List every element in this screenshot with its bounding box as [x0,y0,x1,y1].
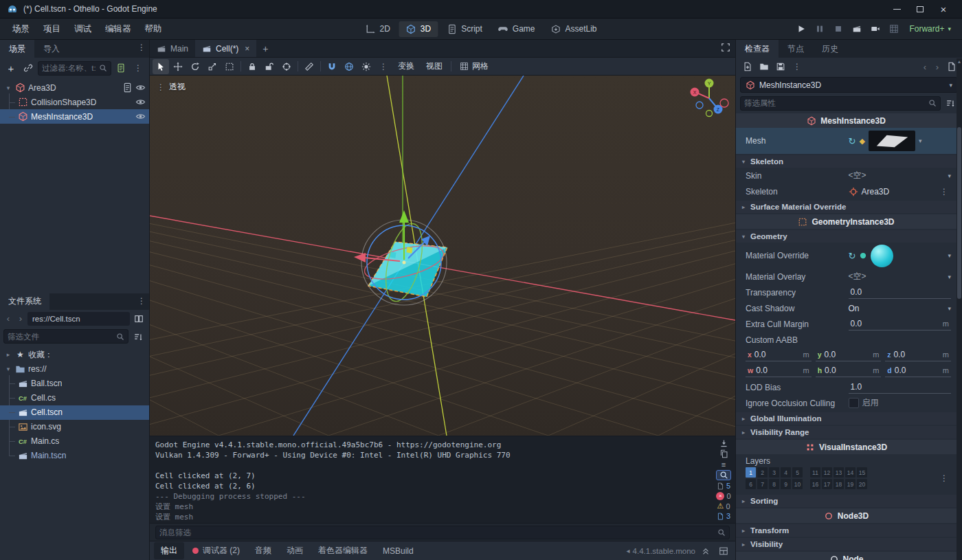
mesh-preview-thumbnail[interactable] [869,131,915,151]
unlock-node-button[interactable] [261,59,278,74]
scene-node-collisionshape3d[interactable]: CollisionShape3D [0,95,149,109]
collapse-arrow-icon[interactable]: ▾ [4,85,12,91]
distraction-free-button[interactable] [716,40,735,55]
menu-debug[interactable]: 调试 [67,21,98,38]
collapse-arrow-icon[interactable]: ▾ [4,366,12,372]
layers-menu-button[interactable]: ⋮ [937,474,951,482]
layer-cell[interactable]: 20 [857,479,867,489]
scene-filter-input[interactable] [42,64,96,72]
perspective-menu[interactable]: ⋮ 透视 [157,81,186,93]
warning-messages-badge[interactable]: ⚠0 [717,502,730,511]
chevron-down-icon[interactable]: ▾ [948,305,951,312]
expand-bottom-panel-button[interactable] [698,544,713,559]
layer-cell[interactable]: 9 [781,479,791,489]
play-custom-scene-button[interactable] [885,21,903,37]
layer-cell[interactable]: 3 [769,467,779,478]
add-node-button[interactable]: + [3,60,19,76]
fs-file-cell-cs[interactable]: Cell.cs [0,391,149,405]
fs-sort-button[interactable] [131,329,146,344]
layers-grid[interactable]: 1 2 3 4 5 11 12 13 14 15 [736,467,957,493]
menu-scene[interactable]: 场景 [5,21,36,38]
filesystem-menu-button[interactable]: ⋮ [134,293,149,309]
aabb-d-field[interactable]: d0.0m [885,364,951,377]
transparency-input[interactable]: 0.0 [849,286,952,299]
preview-environment-button[interactable] [358,59,374,74]
viewport-menu-icon[interactable]: ⋮ [157,83,165,91]
visibility-eye-icon[interactable] [135,97,146,107]
layer-cell[interactable]: 15 [857,467,867,478]
workspace-2d[interactable]: 2D [358,21,396,37]
scene-tree-menu-button[interactable]: ⋮ [131,60,146,76]
layer-cell[interactable]: 5 [792,467,803,478]
box-select-tool-button[interactable] [221,59,238,74]
copy-log-button[interactable] [716,449,731,458]
bottom-tab-debugger[interactable]: 调试器 (2) [186,542,247,559]
layer-cell[interactable]: 12 [822,467,832,478]
mesh-menu[interactable]: 网格 [454,59,494,74]
fs-file-main-tscn[interactable]: Main.tscn [0,449,149,463]
layer-cell[interactable]: 1 [746,467,756,478]
chevron-down-icon[interactable]: ▾ [919,137,922,144]
new-resource-button[interactable] [740,59,755,74]
close-button[interactable]: × [932,0,955,19]
workspace-assetlib[interactable]: AssetLib [544,21,604,37]
layer-cell[interactable]: 2 [757,467,768,478]
section-sorting[interactable]: ▸Sorting [736,495,957,507]
bottom-tab-output[interactable]: 输出 [154,542,184,559]
ignore-occlusion-checkbox[interactable] [849,398,859,408]
history-forward-button[interactable]: › [932,62,943,72]
inspector-options-button[interactable] [943,96,958,111]
play-button[interactable] [792,21,810,37]
layer-cell[interactable]: 4 [781,467,791,478]
message-filter-input[interactable] [159,528,715,537]
tab-inspector[interactable]: 检查器 [736,40,779,58]
transform-menu[interactable]: 变换 [392,59,420,74]
maximize-button[interactable] [908,0,932,19]
load-resource-button[interactable] [757,59,772,74]
tab-node[interactable]: 节点 [779,40,813,58]
aabb-x-field[interactable]: x0.0m [746,348,812,361]
material-preview-sphere[interactable] [871,245,893,267]
aabb-h-field[interactable]: h0.0m [816,364,882,377]
scene-node-area3d[interactable]: ▾ Area3D [0,80,149,95]
history-back-button[interactable]: ‹ [919,62,930,72]
play-scene-button[interactable] [848,21,866,37]
aabb-y-field[interactable]: y0.0m [816,348,882,361]
lod-bias-input[interactable]: 1.0 [849,381,952,394]
section-visibility-range[interactable]: ▸Visibility Range [736,426,957,438]
menu-help[interactable]: 帮助 [138,21,169,38]
layer-cell[interactable]: 16 [810,479,820,489]
3d-viewport-canvas[interactable]: Y X Z [150,76,735,436]
tab-filesystem[interactable]: 文件系统 [0,293,49,310]
section-visibility[interactable]: ▸Visibility [736,538,957,550]
layer-cell[interactable]: 18 [834,479,844,489]
close-tab-icon[interactable]: × [245,44,249,54]
scene-tab-main[interactable]: Main [150,40,195,57]
layer-cell[interactable]: 11 [810,467,820,478]
scroll-to-bottom-button[interactable] [716,438,731,448]
all-messages-badge[interactable]: 5 [717,481,730,491]
ruler-tool-button[interactable] [301,59,317,74]
scene-tab-cell[interactable]: Cell(*) × [195,40,256,57]
workspace-script[interactable]: Script [440,21,489,37]
group-node-button[interactable] [278,59,295,74]
new-scene-tab-button[interactable]: + [256,40,274,57]
snap-toggle-button[interactable] [324,59,340,74]
layer-cell[interactable]: 8 [769,479,779,489]
fs-back-button[interactable]: ‹ [3,313,14,324]
renderer-dropdown[interactable]: Forward+▾ [904,22,957,36]
skeleton-menu-button[interactable]: ⋮ [937,188,951,196]
layout-button[interactable] [716,544,731,559]
fs-filter-input[interactable] [8,333,113,341]
section-geometry[interactable]: ▾Geometry [736,230,957,243]
lock-node-button[interactable] [244,59,260,74]
minimize-button[interactable] [885,0,908,19]
fs-favorites[interactable]: ▸ ★ 收藏： [0,348,149,362]
fs-file-icon-svg[interactable]: icon.svg [0,420,149,434]
chevron-down-icon[interactable]: ▾ [948,252,951,259]
scene-node-meshinstance3d[interactable]: MeshInstance3D [0,109,149,124]
fs-file-ball-tscn[interactable]: Ball.tscn [0,377,149,391]
fs-root[interactable]: ▾ res:// [0,362,149,377]
save-resource-button[interactable] [773,59,788,74]
visibility-eye-icon[interactable] [135,111,146,122]
